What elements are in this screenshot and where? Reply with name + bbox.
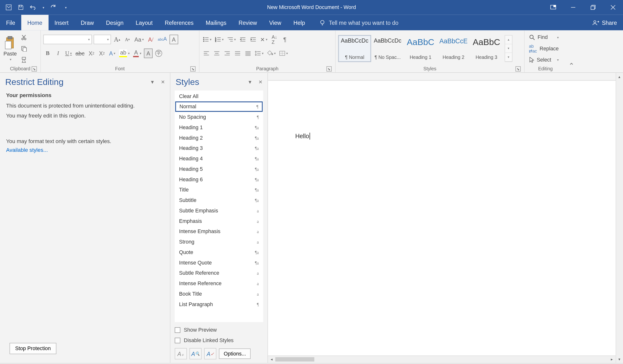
style-list-item[interactable]: Intense Quote¶a — [175, 257, 263, 268]
tab-insert[interactable]: Insert — [48, 15, 75, 30]
collapse-ribbon-button[interactable]: ⌃ — [566, 30, 577, 72]
style-list-item[interactable]: Subtle Emphasisa — [175, 205, 263, 216]
justify-button[interactable] — [233, 49, 242, 58]
sort-button[interactable]: A↓Z — [270, 35, 279, 44]
highlight-button[interactable]: ab▾ — [118, 49, 131, 58]
style-inspector-button[interactable]: A🔍 — [190, 348, 202, 359]
shading-button[interactable]: ▾ — [266, 49, 277, 58]
tab-home[interactable]: Home — [21, 15, 48, 30]
document-text[interactable]: Hello — [295, 133, 309, 140]
change-case-icon[interactable]: Aa▾ — [134, 35, 145, 44]
style-list-item[interactable]: Emphasisa — [175, 216, 263, 226]
multilevel-list-button[interactable]: ▾ — [226, 35, 237, 44]
style-list-item[interactable]: Book Titlea — [175, 289, 263, 299]
style-list-item[interactable]: Heading 6¶a — [175, 174, 263, 185]
ribbon-display-options-icon[interactable] — [543, 0, 563, 15]
enclose-characters-button[interactable]: 字 — [154, 49, 163, 58]
style-list-item[interactable]: Intense Emphasisa — [175, 226, 263, 237]
tab-layout[interactable]: Layout — [130, 15, 159, 30]
style-list-item[interactable]: Clear All — [175, 91, 263, 102]
font-size-combo[interactable]: ▾ — [94, 35, 111, 44]
phonetic-guide-icon[interactable]: abcA — [157, 35, 168, 44]
text-effects-button[interactable]: A▾ — [108, 49, 117, 58]
italic-button[interactable]: I — [54, 49, 63, 58]
tab-help[interactable]: Help — [288, 15, 311, 30]
style-list-item[interactable]: Heading 2¶a — [175, 133, 263, 143]
styles-pane-options[interactable]: ▼ — [247, 79, 252, 85]
style-list-item[interactable]: Heading 4¶a — [175, 153, 263, 164]
hscroll-left[interactable]: ◂ — [268, 356, 275, 363]
disable-linked-checkbox[interactable] — [175, 338, 180, 343]
font-color-button[interactable]: A▾ — [133, 49, 142, 58]
hscroll-right[interactable]: ▸ — [608, 356, 615, 363]
style-list-item[interactable]: Title¶a — [175, 185, 263, 195]
style-heading-3[interactable]: AaBbCHeading 3 — [470, 35, 503, 62]
tab-mailings[interactable]: Mailings — [200, 15, 232, 30]
tab-review[interactable]: Review — [232, 15, 263, 30]
style-heading-2[interactable]: AaBbCcEHeading 2 — [437, 35, 470, 62]
copy-icon[interactable] — [20, 44, 28, 53]
clear-formatting-icon[interactable]: A⧸ — [147, 35, 155, 44]
horizontal-scrollbar[interactable]: ◂ ▸ — [268, 356, 616, 363]
styles-dialog-launcher[interactable]: ⬊ — [515, 66, 521, 71]
vscroll-up[interactable]: ▴ — [616, 73, 623, 80]
show-preview-checkbox[interactable] — [175, 327, 180, 333]
vscroll-down[interactable]: ▾ — [616, 356, 623, 363]
styles-options-button[interactable]: Options... — [219, 348, 251, 359]
document-viewport[interactable]: Hello — [268, 81, 616, 355]
tell-me-search[interactable]: Tell me what you want to do — [319, 15, 398, 30]
document-page[interactable]: Hello — [268, 81, 616, 355]
tab-draw[interactable]: Draw — [75, 15, 100, 30]
format-painter-icon[interactable] — [20, 55, 28, 64]
style-list-item[interactable]: Heading 1¶a — [175, 122, 263, 133]
tab-view[interactable]: View — [263, 15, 288, 30]
stop-protection-button[interactable]: Stop Protection — [9, 343, 56, 354]
paste-button[interactable]: Paste ▾ — [3, 35, 18, 62]
bold-button[interactable]: B — [43, 49, 52, 58]
style-list-item[interactable]: Intense Referencea — [175, 278, 263, 289]
numbering-button[interactable]: 123▾ — [214, 35, 225, 44]
vertical-scrollbar[interactable]: ▴ ▾ — [616, 73, 623, 363]
style-list-item[interactable]: Subtle Referencea — [175, 268, 263, 278]
undo-icon[interactable] — [29, 4, 37, 11]
manage-styles-button[interactable]: A✓ — [204, 348, 216, 359]
clipboard-dialog-launcher[interactable]: ⬊ — [32, 66, 37, 71]
strikethrough-button[interactable]: abc — [74, 49, 85, 58]
style-list-item[interactable]: Subtitle¶a — [175, 195, 263, 206]
new-style-button[interactable]: A₊ — [175, 348, 187, 359]
show-hide-button[interactable]: ¶ — [281, 35, 289, 44]
replace-button[interactable]: ab⇄acReplace — [527, 44, 560, 53]
styles-pane-close[interactable]: ✕ — [258, 79, 262, 85]
line-spacing-button[interactable]: ▾ — [254, 49, 265, 58]
style-list-item[interactable]: Heading 5¶a — [175, 164, 263, 174]
shrink-font-icon[interactable]: A▾ — [123, 35, 132, 44]
minimize-icon[interactable] — [563, 0, 583, 15]
qat-customize-dropdown[interactable]: ▾ — [65, 5, 67, 9]
align-right-button[interactable] — [223, 49, 232, 58]
styles-gallery-more[interactable]: ▴▾▾ — [505, 35, 512, 62]
character-border-icon[interactable]: A — [169, 35, 178, 44]
restrict-pane-options[interactable]: ▼ — [150, 79, 155, 85]
style-list-item[interactable]: Quote¶a — [175, 247, 263, 257]
available-styles-link[interactable]: Available styles... — [6, 147, 164, 153]
find-button[interactable]: Find▾ — [527, 33, 560, 42]
align-left-button[interactable] — [202, 49, 211, 58]
tab-design[interactable]: Design — [100, 15, 130, 30]
subscript-button[interactable]: X2 — [87, 49, 96, 58]
redo-icon[interactable] — [49, 4, 56, 11]
font-dialog-launcher[interactable]: ⬊ — [190, 66, 195, 71]
style-list-item[interactable]: Normal¶ — [175, 102, 263, 112]
decrease-indent-button[interactable] — [239, 35, 247, 44]
underline-button[interactable]: U▾ — [64, 49, 73, 58]
bullets-button[interactable]: ▾ — [202, 35, 212, 44]
close-icon[interactable] — [603, 0, 623, 15]
save-icon[interactable] — [17, 4, 24, 11]
maximize-icon[interactable] — [583, 0, 603, 15]
character-shading-button[interactable]: A — [144, 49, 153, 58]
font-name-combo[interactable]: ▾ — [43, 35, 92, 44]
increase-indent-button[interactable] — [249, 35, 258, 44]
style-heading-1[interactable]: AaBbCHeading 1 — [404, 35, 437, 62]
style-list-item[interactable]: List Paragraph¶ — [175, 299, 263, 309]
paragraph-dialog-launcher[interactable]: ⬊ — [326, 66, 332, 71]
qat-autosave-icon[interactable] — [5, 4, 12, 11]
